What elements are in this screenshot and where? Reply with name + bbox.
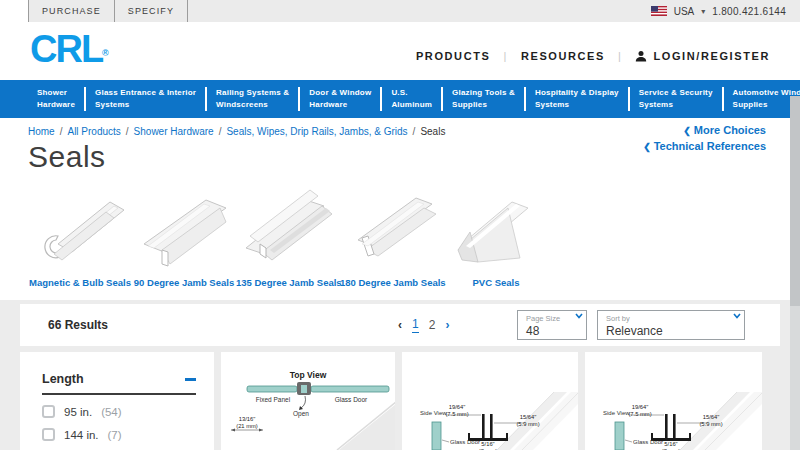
page-2-button[interactable]: 2 <box>429 318 436 332</box>
fixed-panel-label: Fixed Panel <box>247 396 299 404</box>
utility-bar-notch <box>0 0 28 22</box>
breadcrumb-separator: / <box>219 126 222 137</box>
scrollbar-track[interactable] <box>790 96 800 450</box>
dimension-label: 5/16" (8 mm) <box>651 441 691 450</box>
open-label: Open <box>293 410 309 418</box>
login-register-link[interactable]: LOGIN/REGISTER <box>635 50 770 62</box>
filter-sidebar: Length 95 in. (54) 144 in. (7) 118 in. (… <box>20 352 214 450</box>
dimension-label: 13/16" (21 mm) <box>227 416 267 430</box>
nav-item-automotive[interactable]: Automotive Windows &Supplies <box>724 87 800 111</box>
breadcrumb-shower-hardware[interactable]: Shower Hardware <box>134 126 214 137</box>
collapse-icon[interactable] <box>185 378 196 381</box>
more-choices-link[interactable]: ❮More Choices <box>643 123 766 139</box>
seal-profile-image <box>344 188 440 270</box>
category-pvc-seals[interactable]: PVC Seals <box>444 188 548 288</box>
dimension-label: 15/64" (5.9 mm) <box>508 414 548 428</box>
products-link[interactable]: PRODUCTS <box>416 50 491 62</box>
seal-profile-image <box>240 188 336 270</box>
sort-by-value: Relevance <box>606 324 744 338</box>
usa-flag-icon <box>651 6 667 16</box>
checkbox[interactable] <box>42 428 55 441</box>
pagination: ‹ 1 2 › <box>398 304 449 346</box>
category-label: PVC Seals <box>444 277 548 288</box>
scrollbar-thumb[interactable] <box>790 96 800 306</box>
sort-by-select[interactable]: Sort by Relevance <box>597 310 745 340</box>
results-bar: 66 Results ‹ 1 2 › Page Size 48 Sort by … <box>20 304 780 346</box>
main-nav: ShowerHardware Glass Entrance & Interior… <box>0 80 800 118</box>
dimension-label: 19/64" (7.5 mm) <box>438 404 476 418</box>
breadcrumb-separator: / <box>60 126 63 137</box>
breadcrumb-all-products[interactable]: All Products <box>67 126 120 137</box>
product-diagram <box>402 352 578 450</box>
category-magnetic-bulb-seals[interactable]: Magnetic & Bulb Seals <box>28 188 132 288</box>
side-links: ❮More Choices ❮Technical References <box>643 123 766 155</box>
logo-text: CRL <box>30 28 102 70</box>
user-icon <box>635 50 647 62</box>
filter-option-144in[interactable]: 144 in. (7) <box>42 428 196 441</box>
seal-profile-image <box>448 188 544 270</box>
product-diagram <box>585 352 762 450</box>
nav-item-railing-systems[interactable]: Railing Systems &Windscreens <box>207 87 298 111</box>
breadcrumb: Home / All Products / Shower Hardware / … <box>28 126 445 137</box>
filter-title: Length <box>42 372 84 386</box>
page-1-button[interactable]: 1 <box>412 317 419 333</box>
page-title: Seals <box>28 140 106 174</box>
nav-item-us-aluminum[interactable]: U.S.Aluminum <box>382 87 441 111</box>
diagram-title: Top View <box>221 370 395 381</box>
sort-by-label: Sort by <box>606 314 744 323</box>
category-row: Magnetic & Bulb Seals 90 Degree Jamb Sea… <box>28 188 548 288</box>
divider: | <box>618 50 622 62</box>
next-page-button[interactable]: › <box>445 318 449 332</box>
country-selector[interactable]: USA <box>674 6 695 17</box>
breadcrumb-separator: / <box>413 126 416 137</box>
dimension-label: 5/16" (8 mm) <box>468 441 508 450</box>
dimension-label: 15/64" (5.9 mm) <box>691 414 731 428</box>
chevron-down-icon[interactable]: ▾ <box>701 7 705 16</box>
category-label: 135 Degree Jamb Seals <box>236 277 340 288</box>
nav-item-glazing-tools[interactable]: Glazing Tools &Supplies <box>443 87 524 111</box>
tab-specify[interactable]: SPECIFY <box>114 0 188 22</box>
nav-item-hospitality-display[interactable]: Hospitality & DisplaySystems <box>526 87 628 111</box>
category-90-degree-jamb-seals[interactable]: 90 Degree Jamb Seals <box>132 188 236 288</box>
nav-item-glass-entrance[interactable]: Glass Entrance & InteriorSystems <box>86 87 205 111</box>
registered-mark: ® <box>102 48 109 58</box>
breadcrumb-separator: / <box>126 126 129 137</box>
page-size-select[interactable]: Page Size 48 <box>517 310 587 340</box>
checkbox[interactable] <box>42 405 55 418</box>
category-label: 180 Degree Jamb Seals <box>340 277 444 288</box>
resources-link[interactable]: RESOURCES <box>521 50 605 62</box>
prev-page-button[interactable]: ‹ <box>398 318 402 332</box>
breadcrumb-current: Seals <box>420 126 445 137</box>
utility-bar: PURCHASE SPECIFY USA ▾ 1.800.421.6144 <box>0 0 800 22</box>
product-tile[interactable]: Top View Fixed Panel Glass Door Open 13/… <box>221 352 395 450</box>
locale-phone-area: USA ▾ 1.800.421.6144 <box>651 0 786 22</box>
category-label: 90 Degree Jamb Seals <box>132 277 236 288</box>
category-180-degree-jamb-seals[interactable]: 180 Degree Jamb Seals <box>340 188 444 288</box>
filter-header-length[interactable]: Length <box>42 372 196 395</box>
header: CRL® PRODUCTS | RESOURCES | LOGIN/REGIST… <box>0 22 800 80</box>
tab-purchase[interactable]: PURCHASE <box>28 0 114 22</box>
nav-item-service-security[interactable]: Service & SecuritySystems <box>630 87 722 111</box>
breadcrumb-home[interactable]: Home <box>28 126 55 137</box>
product-tile[interactable]: Side View Glass Door 19/64" (7.5 mm) 15/… <box>585 352 762 450</box>
seal-profile-image <box>32 188 128 270</box>
filter-option-label: 95 in. <box>64 406 92 418</box>
dimension-label: 19/64" (7.5 mm) <box>621 404 659 418</box>
filter-option-95in[interactable]: 95 in. (54) <box>42 405 196 418</box>
nav-item-door-window[interactable]: Door & WindowHardware <box>300 87 380 111</box>
breadcrumb-seals-wipes[interactable]: Seals, Wipes, Drip Rails, Jambs, & Grids <box>226 126 407 137</box>
crl-logo[interactable]: CRL® <box>30 28 109 71</box>
phone-number[interactable]: 1.800.421.6144 <box>712 6 786 17</box>
glass-door-label: Glass Door <box>321 396 381 404</box>
filter-option-count: (7) <box>108 429 122 441</box>
chevron-left-icon: ❮ <box>683 126 691 136</box>
results-count: 66 Results <box>48 318 108 332</box>
filter-option-count: (54) <box>101 406 121 418</box>
nav-item-shower-hardware[interactable]: ShowerHardware <box>28 87 84 111</box>
category-label: Magnetic & Bulb Seals <box>28 277 132 288</box>
divider: | <box>503 50 507 62</box>
technical-references-link[interactable]: ❮Technical References <box>643 139 766 155</box>
category-135-degree-jamb-seals[interactable]: 135 Degree Jamb Seals <box>236 188 340 288</box>
seal-profile-image <box>136 188 232 270</box>
product-tile[interactable]: Side View Glass Door 19/64" (7.5 mm) 15/… <box>402 352 578 450</box>
